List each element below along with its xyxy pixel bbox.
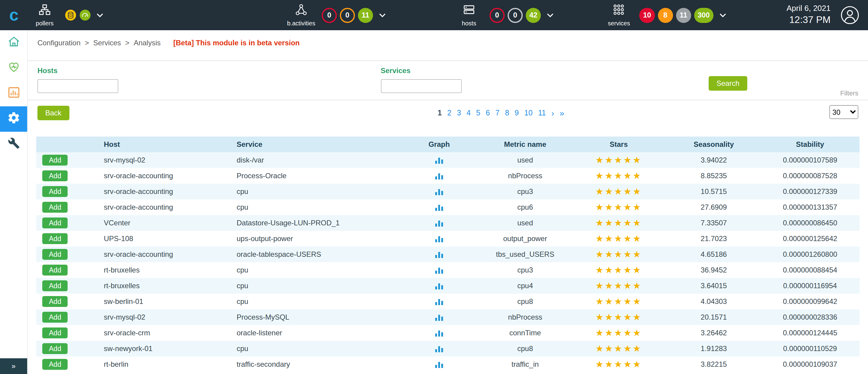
graph-icon[interactable] <box>434 297 444 306</box>
sidebar-item-configuration[interactable] <box>0 106 27 132</box>
services-group[interactable]: services 10811300 <box>602 4 726 27</box>
breadcrumb-configuration[interactable]: Configuration <box>37 39 81 47</box>
graph-icon[interactable] <box>434 172 444 180</box>
graph-icon[interactable] <box>434 313 444 322</box>
stability-cell: 0.000000110529 <box>761 341 860 356</box>
sidebar-item-reporting[interactable] <box>0 81 27 106</box>
sidebar-item-home[interactable] <box>0 30 27 56</box>
graph-icon[interactable] <box>434 251 444 259</box>
service-cell: cpu <box>229 341 398 356</box>
add-button[interactable]: Add <box>42 233 68 244</box>
back-button[interactable]: Back <box>37 106 69 120</box>
status-badge[interactable]: 8 <box>658 7 673 23</box>
add-button[interactable]: Add <box>42 155 68 166</box>
host-cell: UPS-108 <box>97 231 229 247</box>
graph-icon[interactable] <box>434 345 444 353</box>
status-badge[interactable]: 10 <box>640 7 655 23</box>
graph-icon[interactable] <box>434 203 444 212</box>
pagination-page-current[interactable]: 1 <box>438 109 442 117</box>
status-badge[interactable]: 0 <box>490 7 505 23</box>
graph-icon[interactable] <box>434 156 444 165</box>
user-avatar-icon[interactable] <box>840 5 860 25</box>
add-button[interactable]: Add <box>42 312 68 323</box>
star-rating: ★★★★★ <box>595 280 642 291</box>
graph-cell <box>398 356 480 372</box>
services-filter-input[interactable] <box>380 79 462 93</box>
graph-icon[interactable] <box>434 235 444 243</box>
chevron-down-icon[interactable] <box>547 13 554 17</box>
pagination-page[interactable]: 11 <box>538 109 546 117</box>
graph-cell <box>398 278 480 294</box>
pagination-page[interactable]: 9 <box>515 109 519 117</box>
graph-icon[interactable] <box>434 188 444 196</box>
business-activities-icon <box>295 4 307 18</box>
table-row: Add sw-newyork-01 cpu cpu8 ★★★★★ 1.91283… <box>36 341 860 356</box>
pagination-last-icon[interactable]: » <box>560 109 564 117</box>
chevron-down-icon[interactable] <box>97 13 103 17</box>
stability-cell: 0.000000107589 <box>761 152 860 168</box>
chevron-down-icon[interactable] <box>379 13 386 17</box>
status-badge[interactable]: 42 <box>526 7 541 23</box>
status-badge[interactable]: 0 <box>508 7 523 23</box>
status-badge[interactable]: 11 <box>358 7 373 23</box>
stars-cell: ★★★★★ <box>570 294 667 309</box>
business-activities-group[interactable]: b.activities 0011 <box>284 4 386 27</box>
hosts-group[interactable]: hosts 0042 <box>452 4 554 27</box>
add-button[interactable]: Add <box>42 359 68 370</box>
add-button[interactable]: Add <box>42 327 68 338</box>
status-badge[interactable]: 0 <box>340 7 355 23</box>
graph-icon[interactable] <box>434 329 444 338</box>
sidebar-collapse-button[interactable]: » <box>0 358 27 374</box>
pagination-page[interactable]: 5 <box>476 109 480 117</box>
pollers-label: pollers <box>36 20 54 27</box>
graph-icon[interactable] <box>434 266 444 275</box>
topbar: c pollers <box>0 0 868 30</box>
pagination-next-icon[interactable]: › <box>551 109 554 117</box>
breadcrumb-analysis[interactable]: Analysis <box>134 39 161 47</box>
service-cell: cpu <box>229 199 398 215</box>
filters-toggle[interactable]: Filters <box>840 89 858 97</box>
pagination-page[interactable]: 8 <box>505 109 509 117</box>
pagination-page[interactable]: 6 <box>486 109 490 117</box>
graph-icon[interactable] <box>434 282 444 290</box>
hosts-filter-input[interactable] <box>37 79 118 93</box>
centreon-logo[interactable]: c <box>0 0 28 30</box>
chevron-down-icon[interactable] <box>719 13 726 17</box>
beta-notice: [Beta] This module is in beta version <box>173 39 300 47</box>
pagination-page[interactable]: 4 <box>467 109 471 117</box>
sidebar-item-monitoring[interactable] <box>0 56 27 81</box>
metric-cell: cpu6 <box>480 199 570 215</box>
add-button[interactable]: Add <box>42 280 68 291</box>
add-button[interactable]: Add <box>42 170 68 181</box>
host-cell: rt-bruxelles <box>97 278 229 294</box>
status-badge[interactable]: 0 <box>322 7 337 23</box>
sidebar-item-administration[interactable] <box>0 132 27 157</box>
status-badge[interactable]: 11 <box>676 7 691 23</box>
column-header-service: Service <box>229 137 398 152</box>
graph-icon[interactable] <box>434 361 444 369</box>
service-cell: cpu <box>229 294 398 309</box>
add-button[interactable]: Add <box>42 186 68 197</box>
add-button[interactable]: Add <box>42 202 68 213</box>
graph-icon[interactable] <box>434 219 444 228</box>
search-button[interactable]: Search <box>709 76 747 91</box>
breadcrumb-services[interactable]: Services <box>93 39 121 47</box>
add-button[interactable]: Add <box>42 218 68 228</box>
metric-cell: used <box>480 215 570 231</box>
add-button[interactable]: Add <box>42 249 68 260</box>
add-button[interactable]: Add <box>42 265 68 276</box>
page-size-select[interactable]: 30 <box>829 105 858 119</box>
latency-gauge-icon[interactable] <box>80 10 91 21</box>
pagination-page[interactable]: 2 <box>447 109 452 117</box>
pollers-group[interactable]: pollers <box>28 4 103 27</box>
stability-cell: 0.000000127339 <box>761 184 860 199</box>
pagination-page[interactable]: 7 <box>496 109 500 117</box>
database-status-icon[interactable] <box>65 10 76 21</box>
pagination-page[interactable]: 10 <box>524 109 533 117</box>
hosts-badges: 0042 <box>490 7 541 23</box>
pagination-page[interactable]: 3 <box>457 109 461 117</box>
add-button[interactable]: Add <box>42 343 68 354</box>
add-button[interactable]: Add <box>42 296 68 307</box>
status-badge[interactable]: 300 <box>694 7 713 23</box>
stability-cell: 0.000001260800 <box>761 247 860 262</box>
